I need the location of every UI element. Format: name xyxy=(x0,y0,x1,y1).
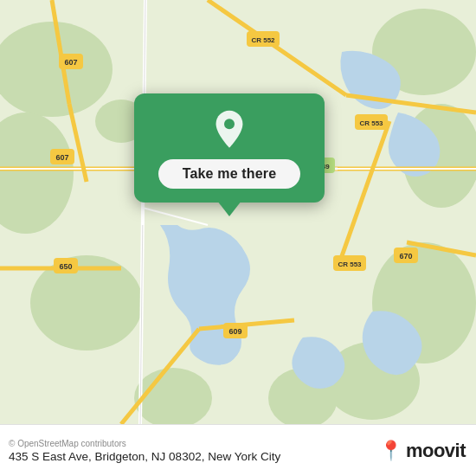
location-pin-icon xyxy=(209,109,250,151)
take-me-there-button[interactable]: Take me there xyxy=(158,159,301,189)
moovit-pin-icon: 📍 xyxy=(379,440,402,462)
svg-text:670: 670 xyxy=(399,252,412,261)
svg-point-46 xyxy=(224,119,235,129)
popup-bubble[interactable]: Take me there xyxy=(134,93,325,203)
osm-credit: © OpenStreetMap contributors xyxy=(9,439,280,448)
svg-text:607: 607 xyxy=(55,153,68,162)
moovit-logo: 📍 moovit xyxy=(379,440,466,462)
svg-text:CR 553: CR 553 xyxy=(338,261,362,268)
svg-text:650: 650 xyxy=(59,262,72,271)
svg-text:609: 609 xyxy=(228,327,241,336)
svg-text:CR 553: CR 553 xyxy=(359,119,383,127)
svg-text:CR 552: CR 552 xyxy=(251,36,275,44)
moovit-wordmark: moovit xyxy=(406,440,466,462)
svg-text:607: 607 xyxy=(64,58,77,67)
address-section: © OpenStreetMap contributors 435 S East … xyxy=(9,439,280,463)
map-container: 607 607 CR 552 NJ 49 CR 553 CR 553 650 6… xyxy=(0,0,476,424)
bottom-bar: © OpenStreetMap contributors 435 S East … xyxy=(0,424,476,476)
address-text: 435 S East Ave, Bridgeton, NJ 08302, New… xyxy=(9,450,280,463)
